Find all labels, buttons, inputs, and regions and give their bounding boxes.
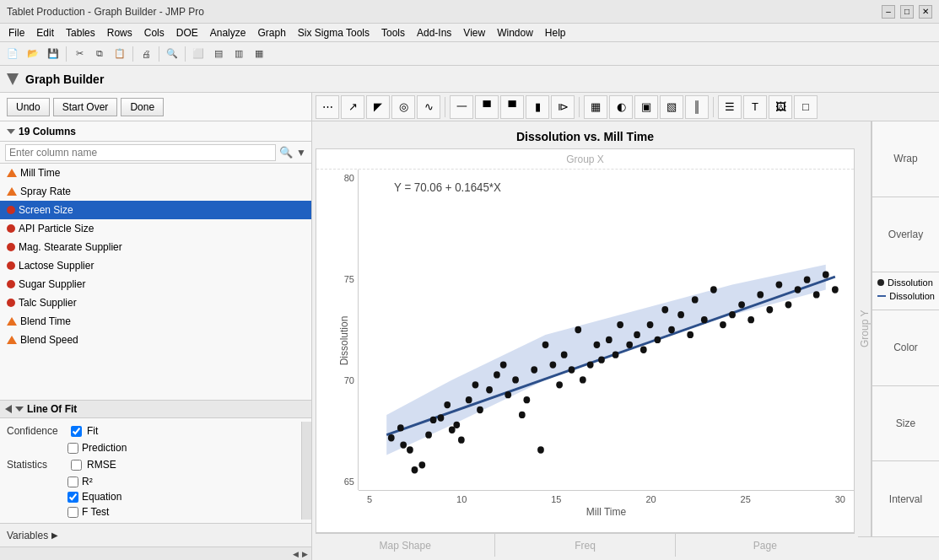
done-button[interactable]: Done bbox=[121, 98, 164, 116]
contour-tool[interactable]: ◎ bbox=[391, 95, 415, 119]
menu-file[interactable]: File bbox=[3, 25, 30, 40]
toolbar: 📄 📂 💾 ✂ ⧉ 📋 🖨 🔍 ⬜ ▤ ▥ ▦ bbox=[0, 42, 939, 66]
lasso-button[interactable]: ▥ bbox=[229, 45, 248, 63]
gb-collapse-icon[interactable] bbox=[7, 73, 19, 85]
page-zone[interactable]: Page bbox=[676, 534, 855, 557]
menu-help[interactable]: Help bbox=[540, 25, 571, 40]
rmse-checkbox[interactable] bbox=[71, 460, 82, 471]
menu-tables[interactable]: Tables bbox=[61, 25, 100, 40]
lof-panel-scrollbar[interactable] bbox=[301, 422, 311, 520]
menu-edit[interactable]: Edit bbox=[31, 25, 59, 40]
menu-view[interactable]: View bbox=[458, 25, 490, 40]
image-tool[interactable]: 🖼 bbox=[769, 95, 792, 119]
column-sort-dropdown[interactable]: ▼ bbox=[296, 147, 306, 159]
new-button[interactable]: 📄 bbox=[3, 45, 22, 63]
confidence-label: Confidence bbox=[7, 425, 66, 437]
violin-tool[interactable]: ⧐ bbox=[551, 95, 575, 119]
menu-window[interactable]: Window bbox=[492, 25, 538, 40]
parallel-tool[interactable]: ║ bbox=[685, 95, 709, 119]
freq-zone[interactable]: Freq bbox=[495, 534, 675, 557]
group-x-zone[interactable]: Group X bbox=[316, 149, 854, 170]
group-y-zone[interactable]: Group Y bbox=[858, 121, 872, 536]
select-button[interactable]: ⬜ bbox=[189, 45, 208, 63]
menu-sixsigma[interactable]: Six Sigma Tools bbox=[293, 25, 375, 40]
print-button[interactable]: 🖨 bbox=[137, 45, 155, 63]
map-shape-zone[interactable]: Map Shape bbox=[316, 534, 495, 557]
menu-addins[interactable]: Add-Ins bbox=[412, 25, 456, 40]
undo-button[interactable]: Undo bbox=[7, 98, 50, 116]
menu-graph[interactable]: Graph bbox=[252, 25, 290, 40]
overlay-label[interactable]: Overlay bbox=[872, 197, 939, 273]
size-label[interactable]: Size bbox=[872, 386, 939, 462]
graph-tool-sep-1 bbox=[445, 97, 445, 117]
menu-tools[interactable]: Tools bbox=[376, 25, 410, 40]
search-tool-button[interactable]: 🔍 bbox=[163, 45, 181, 63]
fit-checkbox[interactable] bbox=[71, 426, 82, 437]
close-button[interactable]: ✕ bbox=[919, 5, 932, 19]
col-item-spray-rate[interactable]: Spray Rate bbox=[0, 182, 311, 201]
pie-tool[interactable]: ◐ bbox=[609, 95, 633, 119]
interval-label[interactable]: Interval bbox=[872, 461, 939, 536]
menu-analyze[interactable]: Analyze bbox=[205, 25, 251, 40]
maximize-button[interactable]: □ bbox=[900, 5, 914, 19]
histogram-tool[interactable]: ▀ bbox=[500, 95, 524, 119]
data-point bbox=[677, 311, 684, 318]
zoom-button[interactable]: ▦ bbox=[250, 45, 268, 63]
columns-collapse-icon[interactable] bbox=[7, 129, 15, 134]
col-item-screen-size[interactable]: Screen Size bbox=[0, 201, 311, 219]
ftest-checkbox[interactable] bbox=[67, 507, 78, 518]
col-item-blend-time[interactable]: Blend Time bbox=[0, 312, 311, 331]
col-item-mag-stearate[interactable]: Mag. Stearate Supplier bbox=[0, 238, 311, 256]
line-chart-tool[interactable]: ⼀ bbox=[450, 95, 473, 119]
col-item-sugar[interactable]: Sugar Supplier bbox=[0, 275, 311, 293]
graph-title: Dissolution vs. Mill Time bbox=[316, 125, 855, 148]
equation-checkbox[interactable] bbox=[67, 492, 78, 503]
bar-chart-tool[interactable]: ▀ bbox=[475, 95, 499, 119]
menu-cols[interactable]: Cols bbox=[139, 25, 170, 40]
col-item-lactose[interactable]: Lactose Supplier bbox=[0, 256, 311, 275]
brush-button[interactable]: ▤ bbox=[209, 45, 228, 63]
wrap-label[interactable]: Wrap bbox=[872, 121, 939, 197]
legend-line-icon bbox=[877, 295, 886, 297]
heat-map-tool[interactable]: ▧ bbox=[660, 95, 683, 119]
map-tool[interactable]: ▦ bbox=[584, 95, 607, 119]
scroll-right-icon[interactable]: ▶ bbox=[300, 550, 310, 558]
treemap-tool[interactable]: ▣ bbox=[634, 95, 658, 119]
color-label[interactable]: Color bbox=[872, 310, 939, 386]
copy-button[interactable]: ⧉ bbox=[90, 45, 109, 63]
box-plot-tool[interactable]: ▮ bbox=[526, 95, 549, 119]
col-item-blend-speed[interactable]: Blend Speed bbox=[0, 331, 311, 349]
summary-tool[interactable]: ☰ bbox=[718, 95, 742, 119]
col-item-mill-time[interactable]: Mill Time bbox=[0, 164, 311, 182]
lof-ftest-row: F Test bbox=[0, 504, 301, 520]
search-icon-button[interactable]: 🔍 bbox=[279, 146, 293, 159]
r2-checkbox[interactable] bbox=[67, 477, 78, 487]
graph-tool-extra[interactable]: □ bbox=[794, 95, 818, 119]
col-item-api-particle[interactable]: API Particle Size bbox=[0, 219, 311, 238]
data-point bbox=[505, 391, 511, 398]
menu-doe[interactable]: DOE bbox=[171, 25, 203, 40]
area-tool[interactable]: ◤ bbox=[366, 95, 390, 119]
col-item-talc[interactable]: Talc Supplier bbox=[0, 293, 311, 312]
variables-row[interactable]: Variables ▶ bbox=[0, 523, 311, 547]
minimize-button[interactable]: – bbox=[882, 5, 895, 19]
menu-rows[interactable]: Rows bbox=[102, 25, 138, 40]
lof-title: Line Of Fit bbox=[27, 403, 77, 415]
paste-button[interactable]: 📋 bbox=[111, 45, 129, 63]
lof-header[interactable]: Line Of Fit bbox=[0, 401, 311, 418]
line-tool[interactable]: ↗ bbox=[341, 95, 364, 119]
smooth-tool[interactable]: ∿ bbox=[417, 95, 440, 119]
column-search-input[interactable] bbox=[5, 144, 276, 161]
open-button[interactable]: 📂 bbox=[24, 45, 42, 63]
start-over-button[interactable]: Start Over bbox=[53, 98, 118, 116]
scatter-tool[interactable]: ⋯ bbox=[316, 95, 339, 119]
scroll-left-icon[interactable]: ◀ bbox=[291, 550, 300, 558]
text-tool[interactable]: T bbox=[743, 95, 767, 119]
data-point bbox=[594, 342, 601, 348]
prediction-checkbox[interactable] bbox=[67, 443, 78, 454]
data-point bbox=[823, 272, 829, 278]
cut-button[interactable]: ✂ bbox=[70, 45, 89, 63]
save-button[interactable]: 💾 bbox=[44, 45, 62, 63]
statistics-label: Statistics bbox=[7, 459, 66, 471]
data-point bbox=[388, 434, 395, 441]
